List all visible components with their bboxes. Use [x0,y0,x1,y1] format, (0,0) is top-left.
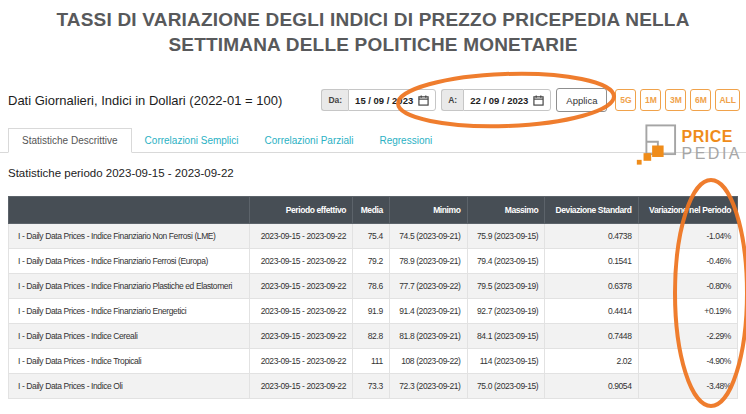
date-to-input[interactable]: 22 / 09 / 2023 [463,89,551,111]
statistics-table: Periodo effettivoMediaMinimoMassimoDevia… [8,196,738,399]
row-label: I - Daily Data Prices - Indice Finanziar… [9,224,250,249]
row-label: I - Daily Data Prices - Indice Finanziar… [9,299,250,324]
cell-variazione-nel-periodo: -3.48% [638,374,737,399]
table-row: I - Daily Data Prices - Indice Finanziar… [9,274,738,299]
period-button-3m[interactable]: 3M [665,89,686,111]
tab-correlazioni-parziali[interactable]: Correlazioni Parziali [252,128,367,152]
logo-word-pedia: PEDIA [681,146,742,163]
page: TASSI DI VARIAZIONE DEGLI INDICI DI PREZ… [0,0,746,414]
cell-periodo-effettivo: 2023-09-15 - 2023-09-22 [250,374,353,399]
table-row: I - Daily Data Prices - Indice Oli2023-0… [9,374,738,399]
date-to-value: 22 / 09 / 2023 [470,95,528,106]
pricepedia-logo-text: PRICE PEDIA [681,129,742,163]
cell-minimo: 91.4 (2023-09-21) [389,299,467,324]
tab-statistiche-descrittive[interactable]: Statistiche Descrittive [8,128,132,153]
calendar-icon[interactable] [533,95,544,106]
col-massimo: Massimo [467,197,545,224]
cell-media: 73.3 [353,374,390,399]
cell-minimo: 108 (2023-09-22) [389,349,467,374]
date-from-value: 15 / 09 / 2023 [355,95,413,106]
row-label: I - Daily Data Prices - Indice Cereali [9,324,250,349]
cell-deviazione-standard: 0.1541 [545,249,638,274]
col-row-label [9,197,250,224]
row-label: I - Daily Data Prices - Indice Finanziar… [9,274,250,299]
cell-variazione-nel-periodo: -4.90% [638,349,737,374]
subtitle: Dati Giornalieri, Indici in Dollari (202… [8,93,282,108]
period-heading: Statistiche periodo 2023-09-15 - 2023-09… [8,167,738,179]
cell-periodo-effettivo: 2023-09-15 - 2023-09-22 [250,349,353,374]
col-periodo-effettivo: Periodo effettivo [250,197,353,224]
period-button-group: 5G1M3M6MALL [615,89,740,111]
row-label: I - Daily Data Prices - Indice Oli [9,374,250,399]
cell-media: 91.9 [353,299,390,324]
date-range-controls: Da: 15 / 09 / 2023 A: 22 / 09 / 2023 [321,88,740,112]
cell-minimo: 81.8 (2023-09-21) [389,324,467,349]
cell-media: 78.6 [353,274,390,299]
cell-deviazione-standard: 2.02 [545,349,638,374]
table-row: I - Daily Data Prices - Indice Tropicali… [9,349,738,374]
table-header: Periodo effettivoMediaMinimoMassimoDevia… [9,197,738,224]
cell-deviazione-standard: 0.6378 [545,274,638,299]
table-row: I - Daily Data Prices - Indice Finanziar… [9,249,738,274]
cell-minimo: 78.9 (2023-09-21) [389,249,467,274]
cell-deviazione-standard: 0.7448 [545,324,638,349]
cell-massimo: 84.1 (2023-09-15) [467,324,545,349]
row-label: I - Daily Data Prices - Indice Tropicali [9,349,250,374]
col-variazione-nel-periodo: Variazione nel Periodo [638,197,737,224]
cell-minimo: 72.3 (2023-09-21) [389,374,467,399]
table-row: I - Daily Data Prices - Indice Cereali20… [9,324,738,349]
pricepedia-logo-icon [633,123,677,168]
cell-minimo: 74.5 (2023-09-21) [389,224,467,249]
table-body: I - Daily Data Prices - Indice Finanziar… [9,224,738,399]
period-button-6m[interactable]: 6M [690,89,711,111]
cell-media: 111 [353,349,390,374]
date-from-group: Da: 15 / 09 / 2023 [321,89,436,111]
period-button-all[interactable]: ALL [715,89,740,111]
apply-button[interactable]: Applica [556,88,607,112]
date-from-label: Da: [321,89,348,111]
cell-massimo: 79.5 (2023-09-19) [467,274,545,299]
cell-periodo-effettivo: 2023-09-15 - 2023-09-22 [250,324,353,349]
col-media: Media [353,197,390,224]
tab-regressioni[interactable]: Regressioni [366,128,445,152]
cell-deviazione-standard: 0.9054 [545,374,638,399]
tab-correlazioni-semplici[interactable]: Correlazioni Semplici [132,128,252,152]
pricepedia-logo[interactable]: PRICE PEDIA [633,123,742,168]
cell-massimo: 114 (2023-09-15) [467,349,545,374]
cell-deviazione-standard: 0.4738 [545,224,638,249]
date-to-label: A: [441,89,463,111]
cell-periodo-effettivo: 2023-09-15 - 2023-09-22 [250,299,353,324]
table-row: I - Daily Data Prices - Indice Finanziar… [9,299,738,324]
table-header-row: Periodo effettivoMediaMinimoMassimoDevia… [9,197,738,224]
cell-media: 82.8 [353,324,390,349]
control-row: Dati Giornalieri, Indici in Dollari (202… [8,87,740,113]
cell-variazione-nel-periodo: -0.46% [638,249,737,274]
cell-variazione-nel-periodo: -2.29% [638,324,737,349]
date-to-group: A: 22 / 09 / 2023 [441,89,551,111]
page-title: TASSI DI VARIAZIONE DEGLI INDICI DI PREZ… [16,7,730,57]
cell-deviazione-standard: 0.4414 [545,299,638,324]
cell-massimo: 75.0 (2023-09-15) [467,374,545,399]
cell-minimo: 77.7 (2023-09-22) [389,274,467,299]
cell-periodo-effettivo: 2023-09-15 - 2023-09-22 [250,224,353,249]
period-button-1m[interactable]: 1M [640,89,661,111]
col-deviazione-standard: Deviazione Standard [545,197,638,224]
cell-variazione-nel-periodo: +0.19% [638,299,737,324]
cell-massimo: 75.9 (2023-09-15) [467,224,545,249]
cell-variazione-nel-periodo: -1.04% [638,224,737,249]
cell-periodo-effettivo: 2023-09-15 - 2023-09-22 [250,274,353,299]
cell-massimo: 92.7 (2023-09-19) [467,299,545,324]
cell-massimo: 79.4 (2023-09-15) [467,249,545,274]
cell-periodo-effettivo: 2023-09-15 - 2023-09-22 [250,249,353,274]
table-row: I - Daily Data Prices - Indice Finanziar… [9,224,738,249]
date-from-input[interactable]: 15 / 09 / 2023 [348,89,436,111]
cell-variazione-nel-periodo: -0.80% [638,274,737,299]
col-minimo: Minimo [389,197,467,224]
cell-media: 75.4 [353,224,390,249]
cell-media: 79.2 [353,249,390,274]
calendar-icon[interactable] [418,95,429,106]
row-label: I - Daily Data Prices - Indice Finanziar… [9,249,250,274]
period-button-5g[interactable]: 5G [615,89,636,111]
logo-word-price: PRICE [681,129,742,146]
